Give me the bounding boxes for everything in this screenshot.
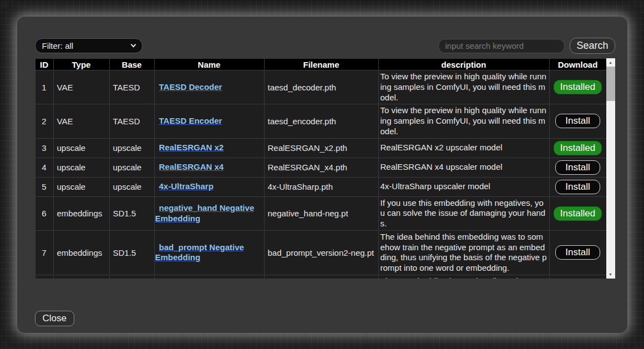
model-link[interactable]: RealESRGAN x2 [159, 143, 224, 152]
installed-badge: Installed [554, 141, 602, 155]
cell-base: upscale [109, 138, 154, 158]
cell-download [549, 275, 606, 279]
cell-filename: RealESRGAN_x4.pth [264, 158, 378, 177]
installed-badge: Installed [554, 80, 602, 94]
filter-select-value: Filter: all [42, 41, 74, 50]
cell-id: 4 [35, 158, 53, 177]
model-install-dialog: Filter: all Search ID Type Base Name [17, 17, 627, 333]
cell-description: These embedding learn what disgusting co… [378, 275, 549, 279]
model-link[interactable]: bad_prompt Negative Embedding [155, 242, 244, 262]
install-button[interactable]: Install [555, 245, 600, 260]
cell-download: Installed [549, 196, 606, 230]
model-link[interactable]: TAESD Decoder [159, 82, 222, 92]
cell-type: upscale [53, 177, 109, 196]
cell-type: VAE [53, 70, 109, 104]
column-header-type: Type [53, 59, 109, 70]
cell-download: Install [549, 177, 606, 196]
cell-name: RealESRGAN x2 [154, 138, 264, 158]
search-group: Search [438, 38, 615, 54]
cell-description: 4x-UltraSharp upscaler model [378, 177, 549, 196]
cell-description: RealESRGAN x4 upscaler model [378, 158, 549, 177]
cell-base [109, 275, 154, 279]
scrollbar-down-icon[interactable]: ▼ [606, 270, 615, 279]
cell-type: upscale [53, 158, 109, 177]
column-header-name: Name [154, 59, 264, 70]
install-button[interactable]: Install [555, 180, 600, 194]
table-row: 1VAETAESDTAESD Decodertaesd_decoder.pthT… [35, 70, 606, 104]
cell-base: SD1.5 [109, 196, 154, 230]
cell-id [35, 275, 53, 279]
cell-name: bad_prompt Negative Embedding [154, 230, 264, 275]
table-header-row: ID Type Base Name Filename description D… [35, 59, 606, 70]
cell-name: RealESRGAN x4 [154, 158, 264, 177]
cell-description: To view the preview in high quality whil… [378, 70, 549, 104]
cell-type: VAE [53, 104, 109, 138]
chevron-down-icon [130, 42, 136, 48]
cell-name: 4x-UltraSharp [154, 177, 264, 196]
cell-id: 7 [35, 230, 53, 275]
cell-filename: bad_prompt_version2-neg.pt [264, 230, 378, 275]
cell-download: Installed [549, 70, 606, 104]
cell-name [154, 275, 264, 279]
table-row: 5upscaleupscale4x-UltraSharp4x-UltraShar… [35, 177, 606, 196]
model-link[interactable]: 4x-UltraSharp [159, 181, 214, 191]
cell-filename: RealESRGAN_x2.pth [264, 138, 378, 158]
cell-type: embeddings [53, 230, 109, 275]
cell-description: To view the preview in high quality whil… [378, 104, 549, 138]
model-link[interactable]: TAESD Encoder [159, 116, 222, 125]
cell-download: Install [549, 104, 606, 138]
cell-id: 5 [35, 177, 53, 196]
cell-id: 6 [35, 196, 53, 230]
cell-base: upscale [109, 177, 154, 196]
column-header-base: Base [109, 59, 154, 70]
installed-badge: Installed [554, 206, 602, 221]
scrollbar-thumb[interactable] [606, 67, 615, 101]
table-body: 1VAETAESDTAESD Decodertaesd_decoder.pthT… [35, 70, 606, 279]
table-row: 4upscaleupscaleRealESRGAN x4RealESRGAN_x… [35, 158, 606, 177]
cell-description: The idea behind this embedding was to so… [378, 230, 549, 275]
cell-filename [264, 275, 378, 279]
close-button[interactable]: Close [35, 311, 74, 326]
cell-type: embeddings [53, 196, 109, 230]
install-button[interactable]: Install [555, 114, 600, 128]
install-button[interactable]: Install [555, 160, 600, 175]
table-scrollbar[interactable]: ▲ ▼ [606, 58, 615, 279]
cell-base: SD1.5 [109, 230, 154, 275]
column-header-download: Download [549, 59, 606, 70]
cell-id: 2 [35, 104, 53, 138]
cell-name: TAESD Encoder [154, 104, 264, 138]
cell-description: If you use this embedding with negatives… [378, 196, 549, 230]
cell-filename: 4x-UltraSharp.pth [264, 177, 378, 196]
model-link[interactable]: negative_hand Negative Embedding [155, 203, 255, 223]
search-button[interactable]: Search [570, 38, 615, 54]
cell-download: Installed [549, 138, 606, 158]
column-header-filename: Filename [264, 59, 378, 70]
cell-name: negative_hand Negative Embedding [154, 196, 264, 230]
column-header-description: description [378, 59, 549, 70]
filter-select[interactable]: Filter: all [35, 38, 143, 53]
cell-id: 1 [35, 70, 53, 104]
model-table: ID Type Base Name Filename description D… [35, 58, 606, 279]
scrollbar-up-icon[interactable]: ▲ [606, 58, 615, 67]
table-row: 7embeddingsSD1.5bad_prompt Negative Embe… [35, 230, 606, 275]
cell-name: TAESD Decoder [154, 70, 264, 104]
toolbar: Filter: all Search [35, 38, 615, 54]
cell-base: TAESD [109, 104, 154, 138]
cell-base: upscale [109, 158, 154, 177]
cell-filename: negative_hand-neg.pt [264, 196, 378, 230]
table-row: 3upscaleupscaleRealESRGAN x2RealESRGAN_x… [35, 138, 606, 158]
table-row: 2VAETAESDTAESD Encodertaesd_encoder.pthT… [35, 104, 606, 138]
search-input[interactable] [438, 39, 565, 53]
cell-description: RealESRGAN x2 upscaler model [378, 138, 549, 158]
model-link[interactable]: RealESRGAN x4 [159, 162, 224, 171]
cell-id: 3 [35, 138, 53, 158]
cell-base: TAESD [109, 70, 154, 104]
cell-download: Install [549, 230, 606, 275]
cell-download: Install [549, 158, 606, 177]
table-row: These embedding learn what disgusting co… [35, 275, 606, 279]
table-area: ID Type Base Name Filename description D… [35, 58, 615, 279]
cell-type [53, 275, 109, 279]
cell-type: upscale [53, 138, 109, 158]
cell-filename: taesd_encoder.pth [264, 104, 378, 138]
column-header-id: ID [35, 59, 53, 70]
